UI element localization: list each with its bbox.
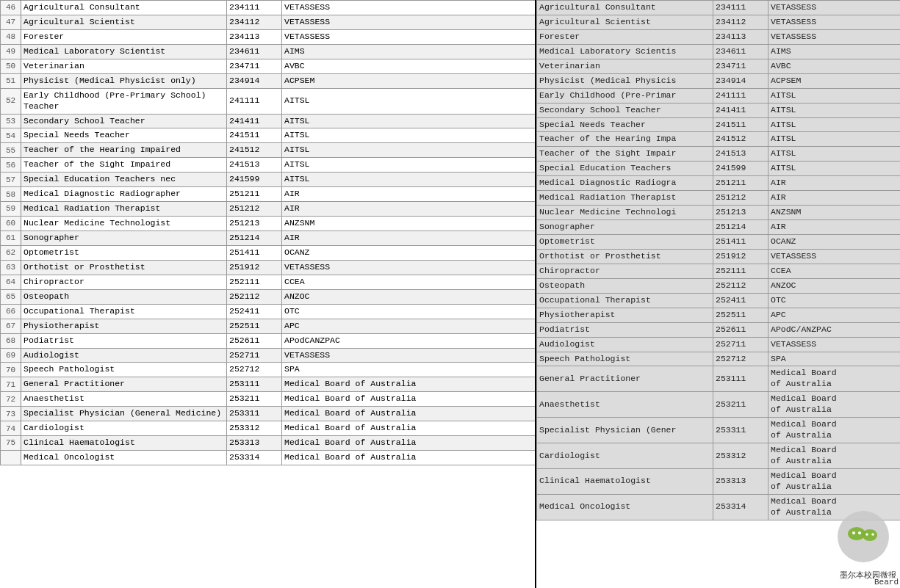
occupation-name: Specialist Physician (General Medicine) bbox=[21, 407, 227, 421]
table-row: Teacher of the Hearing Impa241512AITSL bbox=[537, 132, 901, 147]
anzsco-code: 234111 bbox=[713, 1, 768, 15]
table-row: Sonographer251214AIR bbox=[537, 220, 901, 235]
occupation-name: Audiologist bbox=[21, 348, 227, 363]
anzsco-code: 251212 bbox=[227, 202, 282, 217]
table-row: 74Cardiologist253312Medical Board of Aus… bbox=[1, 421, 537, 436]
table-row: Optometrist251411OCANZ bbox=[537, 235, 901, 250]
occupation-name: Veterinarian bbox=[21, 59, 227, 73]
assessing-body: AIR bbox=[282, 187, 537, 202]
anzsco-code: 251411 bbox=[713, 235, 768, 250]
assessing-body: ANZSNM bbox=[282, 217, 537, 231]
table-row: Special Needs Teacher241511AITSL bbox=[537, 117, 901, 132]
anzsco-code: 252711 bbox=[713, 337, 768, 352]
table-row: 55Teacher of the Hearing Impaired241512A… bbox=[1, 143, 537, 158]
row-number: 57 bbox=[1, 173, 21, 187]
assessing-body: AITSL bbox=[282, 114, 537, 128]
row-number: 55 bbox=[1, 143, 21, 158]
table-row: Cardiologist253312Medical Board of Austr… bbox=[537, 443, 901, 469]
row-number: 61 bbox=[1, 231, 21, 246]
assessing-body: Medical Board of Australia bbox=[768, 366, 901, 392]
row-number: 49 bbox=[1, 44, 21, 59]
occupation-name: Teacher of the Hearing Impaired bbox=[21, 143, 227, 158]
table-row: 57Special Education Teachers nec241599AI… bbox=[1, 173, 537, 187]
occupation-name: Agricultural Scientist bbox=[21, 15, 227, 29]
occupation-name: Veterinarian bbox=[537, 59, 713, 73]
main-container: 46Agricultural Consultant234111VETASSESS… bbox=[0, 0, 900, 588]
assessing-body: Medical Board of Australia bbox=[282, 421, 537, 436]
table-row: Clinical Haematologist253313Medical Boar… bbox=[537, 468, 901, 494]
occupation-name: Special Education Teachers bbox=[537, 161, 713, 176]
table-row: 66Occupational Therapist252411OTC bbox=[1, 304, 537, 319]
table-row: 54Special Needs Teacher241511AITSL bbox=[1, 128, 537, 143]
table-row: Physicist (Medical Physicis234914ACPSEM bbox=[537, 73, 901, 88]
assessing-body: AIMS bbox=[282, 44, 537, 59]
anzsco-code: 252611 bbox=[713, 322, 768, 337]
anzsco-code: 252411 bbox=[227, 304, 282, 319]
assessing-body: VETASSESS bbox=[768, 1, 901, 15]
assessing-body: AIR bbox=[768, 220, 901, 235]
occupation-name: Physicist (Medical Physicis bbox=[537, 73, 713, 88]
svg-point-4 bbox=[865, 533, 868, 536]
assessing-body: Medical Board of Australia bbox=[282, 451, 537, 465]
table-row: Teacher of the Sight Impair241513AITSL bbox=[537, 147, 901, 161]
assessing-body: AIR bbox=[282, 202, 537, 217]
anzsco-code: 252111 bbox=[227, 275, 282, 289]
table-row: 73Specialist Physician (General Medicine… bbox=[1, 407, 537, 421]
assessing-body: OCANZ bbox=[282, 245, 537, 260]
table-row: 47Agricultural Scientist234112VETASSESS bbox=[1, 15, 537, 29]
assessing-body: AIR bbox=[768, 176, 901, 191]
table-row: 75Clinical Haematologist253313Medical Bo… bbox=[1, 436, 537, 451]
anzsco-code: 241511 bbox=[227, 128, 282, 143]
table-row: Osteopath252112ANZOC bbox=[537, 278, 901, 293]
anzsco-code: 253211 bbox=[713, 392, 768, 418]
anzsco-code: 234611 bbox=[227, 44, 282, 59]
anzsco-code: 234112 bbox=[227, 15, 282, 29]
occupation-name: Forester bbox=[21, 29, 227, 44]
anzsco-code: 252111 bbox=[713, 264, 768, 278]
anzsco-code: 234113 bbox=[227, 29, 282, 44]
occupation-name: General Practitioner bbox=[537, 366, 713, 392]
occupation-name: Physiotherapist bbox=[537, 308, 713, 322]
table-row: Medical Radiation Therapist251212AIR bbox=[537, 191, 901, 206]
row-number: 66 bbox=[1, 304, 21, 319]
assessing-body: Medical Board of Australia bbox=[768, 418, 901, 443]
anzsco-code: 251213 bbox=[713, 206, 768, 220]
occupation-name: Anaesthetist bbox=[537, 392, 713, 418]
occupation-name: Podiatrist bbox=[537, 322, 713, 337]
assessing-body: AITSL bbox=[768, 132, 901, 147]
row-number: 70 bbox=[1, 363, 21, 377]
row-number: 74 bbox=[1, 421, 21, 436]
anzsco-code: 241411 bbox=[713, 103, 768, 117]
occupation-name: Physicist (Medical Physicist only) bbox=[21, 73, 227, 88]
table-row: 46Agricultural Consultant234111VETASSESS bbox=[1, 1, 537, 15]
anzsco-code: 252712 bbox=[713, 352, 768, 366]
row-number: 65 bbox=[1, 289, 21, 304]
anzsco-code: 251411 bbox=[227, 245, 282, 260]
assessing-body: Medical Board of Australia bbox=[768, 392, 901, 418]
assessing-body: OTC bbox=[768, 293, 901, 308]
row-number: 63 bbox=[1, 260, 21, 275]
row-number: 64 bbox=[1, 275, 21, 289]
table-row: 58Medical Diagnostic Radiographer251211A… bbox=[1, 187, 537, 202]
occupation-name: Chiropractor bbox=[537, 264, 713, 278]
table-row: Audiologist252711VETASSESS bbox=[537, 337, 901, 352]
anzsco-code: 241512 bbox=[227, 143, 282, 158]
occupation-name: Secondary School Teacher bbox=[537, 103, 713, 117]
table-row: Speech Pathologist252712SPA bbox=[537, 352, 901, 366]
anzsco-code: 252611 bbox=[227, 333, 282, 348]
anzsco-code: 252511 bbox=[713, 308, 768, 322]
occupation-name: Secondary School Teacher bbox=[21, 114, 227, 128]
occupation-name: Medical Laboratory Scientis bbox=[537, 44, 713, 59]
assessing-body: CCEA bbox=[768, 264, 901, 278]
table-row: Chiropractor252111CCEA bbox=[537, 264, 901, 278]
row-number: 68 bbox=[1, 333, 21, 348]
anzsco-code: 241512 bbox=[713, 132, 768, 147]
row-number: 73 bbox=[1, 407, 21, 421]
table-row: Physiotherapist252511APC bbox=[537, 308, 901, 322]
right-data-table: Agricultural Consultant234111VETASSESSAg… bbox=[536, 0, 900, 520]
occupation-name: Occupational Therapist bbox=[21, 304, 227, 319]
assessing-body: AITSL bbox=[768, 103, 901, 117]
row-number: 48 bbox=[1, 29, 21, 44]
table-row: 64Chiropractor252111CCEA bbox=[1, 275, 537, 289]
occupation-name: Early Childhood (Pre-Primary School) Tea… bbox=[21, 88, 227, 114]
